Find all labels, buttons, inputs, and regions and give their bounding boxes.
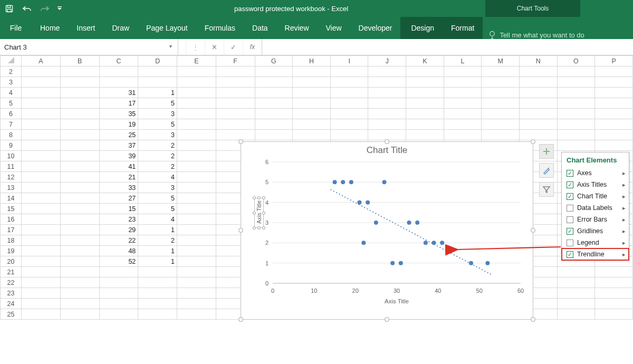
col-header[interactable]: C [99, 56, 138, 66]
cell[interactable] [595, 109, 633, 119]
cell[interactable] [99, 66, 138, 77]
cell[interactable] [255, 66, 293, 77]
cell[interactable] [177, 151, 216, 161]
cell[interactable] [330, 98, 368, 109]
fbar-cancel-icon[interactable]: ✕ [205, 39, 224, 55]
cell[interactable] [22, 98, 61, 109]
cell[interactable] [177, 225, 216, 235]
cell[interactable] [255, 77, 293, 88]
col-header[interactable]: I [330, 56, 368, 66]
col-header[interactable]: B [60, 56, 99, 66]
cell[interactable] [520, 66, 558, 77]
cell[interactable] [444, 98, 482, 109]
cell[interactable] [177, 66, 216, 77]
submenu-arrow-icon[interactable]: ▸ [622, 228, 626, 235]
checkbox[interactable] [567, 181, 573, 188]
cell[interactable] [22, 66, 61, 77]
cell[interactable] [330, 119, 368, 130]
cell[interactable] [368, 98, 406, 109]
cell[interactable] [444, 130, 482, 140]
tab-home[interactable]: Home [32, 17, 68, 39]
col-header[interactable]: J [368, 56, 406, 66]
cell[interactable]: 5 [138, 193, 177, 204]
submenu-arrow-icon[interactable]: ▸ [622, 181, 626, 188]
cell[interactable]: 41 [99, 161, 138, 172]
cell[interactable] [557, 77, 595, 88]
row-header[interactable]: 17 [1, 225, 22, 235]
cell[interactable]: 21 [99, 172, 138, 183]
cell[interactable] [22, 246, 61, 256]
cell[interactable] [557, 288, 595, 299]
row-header[interactable]: 22 [1, 277, 22, 288]
cell[interactable] [557, 309, 595, 320]
cell[interactable] [22, 204, 61, 214]
fbar-fx-icon[interactable]: fx [243, 39, 262, 55]
col-header[interactable]: G [255, 56, 293, 66]
cell[interactable] [22, 119, 61, 130]
col-header[interactable]: E [177, 56, 216, 66]
cell[interactable] [595, 130, 633, 140]
cell[interactable] [444, 119, 482, 130]
cell[interactable] [330, 109, 368, 119]
cell[interactable] [557, 277, 595, 288]
cell[interactable] [138, 267, 177, 277]
cell[interactable] [406, 88, 444, 98]
cell[interactable] [22, 235, 61, 246]
cell[interactable]: 29 [99, 225, 138, 235]
cell[interactable]: 17 [99, 98, 138, 109]
cell[interactable] [22, 161, 61, 172]
cell[interactable] [216, 109, 255, 119]
cell[interactable] [60, 309, 99, 320]
col-header[interactable]: M [482, 56, 520, 66]
cell[interactable] [557, 88, 595, 98]
qat-customize-icon[interactable] [54, 0, 65, 17]
cell[interactable] [255, 88, 293, 98]
cell[interactable]: 23 [99, 214, 138, 225]
cell[interactable] [330, 66, 368, 77]
cell[interactable] [60, 98, 99, 109]
cell[interactable] [293, 130, 331, 140]
row-header[interactable]: 8 [1, 130, 22, 140]
cell[interactable]: 2 [138, 151, 177, 161]
cell[interactable] [557, 267, 595, 277]
cell[interactable] [557, 140, 595, 151]
cell[interactable] [22, 267, 61, 277]
formula-input[interactable] [262, 39, 633, 55]
row-header[interactable]: 23 [1, 288, 22, 299]
row-header[interactable]: 5 [1, 98, 22, 109]
col-header[interactable]: L [444, 56, 482, 66]
cell[interactable] [216, 66, 255, 77]
cell[interactable] [520, 130, 558, 140]
cell[interactable] [177, 235, 216, 246]
cell[interactable] [99, 277, 138, 288]
cell[interactable] [482, 66, 520, 77]
cell[interactable] [138, 277, 177, 288]
cell[interactable]: 2 [138, 140, 177, 151]
row-header[interactable]: 6 [1, 109, 22, 119]
cell[interactable] [595, 77, 633, 88]
cell[interactable] [60, 256, 99, 267]
cell[interactable] [444, 77, 482, 88]
chart-title[interactable]: Chart Title [241, 142, 533, 157]
row-header[interactable]: 25 [1, 309, 22, 320]
cell[interactable]: 39 [99, 151, 138, 161]
cell[interactable] [482, 119, 520, 130]
cell[interactable] [216, 77, 255, 88]
cell[interactable] [177, 98, 216, 109]
cell[interactable] [60, 88, 99, 98]
cell[interactable] [177, 119, 216, 130]
chart-element-item[interactable]: Gridlines▸ [562, 225, 629, 237]
resize-handle[interactable] [531, 228, 535, 233]
cell[interactable] [368, 66, 406, 77]
chart-element-item[interactable]: Trendline▸ [562, 248, 629, 260]
tab-design[interactable]: Design [400, 17, 443, 39]
chart-styles-button[interactable] [539, 163, 554, 178]
cell[interactable]: 48 [99, 246, 138, 256]
cell[interactable] [60, 66, 99, 77]
cell[interactable]: 25 [99, 130, 138, 140]
tab-page-layout[interactable]: Page Layout [138, 17, 196, 39]
cell[interactable] [60, 183, 99, 193]
tab-file[interactable]: File [0, 17, 32, 39]
row-header[interactable]: 9 [1, 140, 22, 151]
cell[interactable] [406, 130, 444, 140]
